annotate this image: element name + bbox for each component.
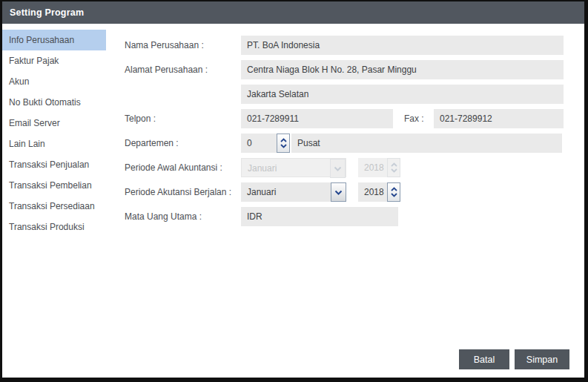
spinner-down-icon[interactable] <box>391 193 397 197</box>
spinner-up-icon[interactable] <box>280 138 287 142</box>
row-telpon-fax: Telpon : Fax : <box>125 109 564 128</box>
sidebar-item-transaksi-persediaan[interactable]: Transaksi Persediaan <box>2 196 106 217</box>
info-perusahaan-form: Nama Perusahaan : Alamat Perusahaan : Te… <box>125 36 564 231</box>
row-periode-awal: Periode Awal Akuntansi : Januari <box>125 158 564 177</box>
chevron-down-icon <box>330 159 346 178</box>
mata-uang-label: Mata Uang Utama : <box>125 211 241 222</box>
sidebar-item-transaksi-pembelian[interactable]: Transaksi Pembelian <box>2 175 106 196</box>
spinner-down-icon <box>391 168 397 173</box>
row-mata-uang: Mata Uang Utama : <box>125 207 564 226</box>
periode-berjalan-year-spinner[interactable] <box>387 182 400 202</box>
mata-uang-input[interactable] <box>241 207 398 226</box>
fax-input[interactable] <box>434 109 564 128</box>
spinner-up-icon[interactable] <box>391 187 397 191</box>
row-alamat-perusahaan: Alamat Perusahaan : <box>125 60 564 79</box>
window-title: Setting Program <box>10 7 84 18</box>
sidebar-item-transaksi-produksi[interactable]: Transaksi Produksi <box>2 217 106 237</box>
chevron-down-icon[interactable] <box>331 182 346 202</box>
sidebar: Info Perusahaan Faktur Pajak Akun No Buk… <box>2 30 106 237</box>
titlebar[interactable]: Setting Program <box>2 1 584 24</box>
departemen-spinner[interactable] <box>277 134 290 153</box>
periode-berjalan-month-select[interactable]: Januari <box>241 182 346 202</box>
telpon-input[interactable] <box>241 109 393 128</box>
sidebar-item-email-server[interactable]: Email Server <box>2 113 106 134</box>
row-nama-perusahaan: Nama Perusahaan : <box>125 36 564 55</box>
periode-berjalan-year-group <box>358 182 400 202</box>
spinner-down-icon[interactable] <box>280 144 287 148</box>
alamat-perusahaan-line2-input[interactable] <box>241 85 564 104</box>
row-periode-berjalan: Periode Akutansi Berjalan : Januari <box>125 182 564 202</box>
nama-perusahaan-label: Nama Perusahaan : <box>125 40 241 50</box>
periode-berjalan-year-input[interactable] <box>358 182 387 202</box>
departemen-name-input[interactable] <box>291 134 562 153</box>
fax-label: Fax : <box>404 113 434 124</box>
periode-berjalan-label: Periode Akutansi Berjalan : <box>125 187 241 197</box>
nama-perusahaan-input[interactable] <box>241 36 564 55</box>
periode-awal-year-input <box>358 158 387 177</box>
periode-awal-year-group <box>358 158 400 177</box>
departemen-label: Departemen : <box>125 138 241 148</box>
telpon-label: Telpon : <box>125 113 241 124</box>
periode-awal-year-spinner <box>387 158 400 177</box>
periode-awal-month-select: Januari <box>241 158 346 177</box>
alamat-perusahaan-line1-input[interactable] <box>241 60 564 79</box>
batal-button[interactable]: Batal <box>459 349 509 369</box>
sidebar-item-transaksi-penjualan[interactable]: Transaksi Penjualan <box>2 154 106 175</box>
spinner-up-icon <box>391 162 397 167</box>
row-alamat-perusahaan-2 <box>125 85 564 104</box>
sidebar-item-lain-lain[interactable]: Lain Lain <box>2 134 106 154</box>
periode-awal-label: Periode Awal Akuntansi : <box>125 162 241 173</box>
dialog-content: Info Perusahaan Faktur Pajak Akun No Buk… <box>2 24 584 378</box>
setting-program-dialog: Setting Program Info Perusahaan Faktur P… <box>0 0 588 382</box>
simpan-button[interactable]: Simpan <box>515 349 569 369</box>
departemen-code-input[interactable] <box>241 134 277 153</box>
sidebar-item-faktur-pajak[interactable]: Faktur Pajak <box>2 50 106 71</box>
row-departemen: Departemen : <box>125 134 564 153</box>
alamat-perusahaan-label: Alamat Perusahaan : <box>125 65 241 75</box>
sidebar-item-no-bukti-otomatis[interactable]: No Bukti Otomatis <box>2 92 106 113</box>
sidebar-item-info-perusahaan[interactable]: Info Perusahaan <box>2 30 106 50</box>
footer-buttons: Batal Simpan <box>459 349 569 369</box>
sidebar-item-akun[interactable]: Akun <box>2 71 106 92</box>
